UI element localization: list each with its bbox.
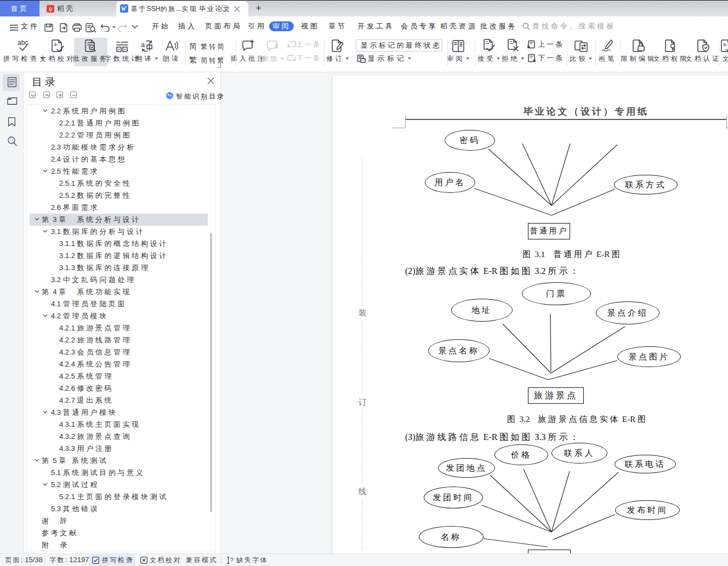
svg-text:?: ?: [230, 557, 234, 563]
svg-text:a-: a-: [723, 42, 727, 47]
svg-text:a-: a-: [54, 42, 58, 47]
svg-text:a: a: [141, 41, 145, 49]
